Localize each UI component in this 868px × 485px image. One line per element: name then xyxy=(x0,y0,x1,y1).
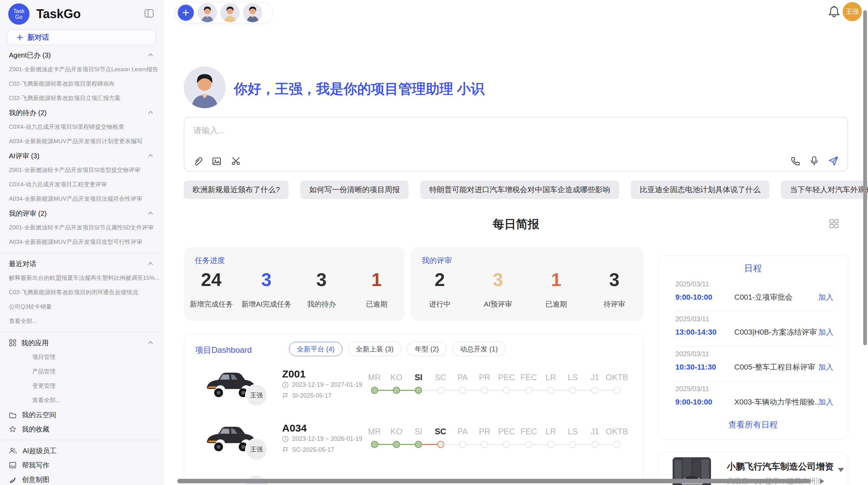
sidebar-list-item[interactable]: 项目管理 xyxy=(0,350,163,364)
cloud-folder-icon xyxy=(9,411,16,419)
sidebar-link-star[interactable]: 我的收藏 xyxy=(0,422,163,436)
milestone-PEC: PEC xyxy=(496,426,518,451)
sidebar-list-item[interactable]: Z001-全新燃油皮卡产品开发项目SI节点Lesson Learn报告 xyxy=(0,62,163,77)
sidebar-list-item[interactable]: Z001-全新燃油轻卡产品开发项目SI造型提交物评审 xyxy=(0,163,163,177)
event-join-link[interactable]: 加入 xyxy=(818,397,833,407)
sidebar-section-header-0[interactable]: Agent已办 (3) xyxy=(0,48,163,62)
sidebar-divider xyxy=(0,253,163,253)
dashboard-tab-4[interactable]: 动总开发 (1) xyxy=(452,342,506,356)
sidebar-section-title: 我的评审 (2) xyxy=(9,209,47,218)
sidebar-list-item[interactable]: C0X4-动力总成开发项目工程变更评审 xyxy=(0,177,163,192)
scroll-down-arrow-icon[interactable] xyxy=(838,468,844,472)
sidebar-section-header-apps[interactable]: 我的应用 xyxy=(0,336,163,350)
sidebar-list-item[interactable]: A034-全新新能源MUV产品开发项目计划变更表编写 xyxy=(0,134,163,149)
sidebar-list-item[interactable]: 变更管理 xyxy=(0,379,163,393)
milestone-dot[interactable] xyxy=(503,387,510,394)
voice-call-icon[interactable] xyxy=(791,156,800,166)
milestone-dot[interactable] xyxy=(393,387,400,394)
sidebar-link-people[interactable]: AI超级员工 xyxy=(0,444,163,458)
suggestion-chip-1[interactable]: 欧洲新规最近颁布了什么? xyxy=(184,181,289,199)
milestone-dot[interactable] xyxy=(459,441,466,448)
event-join-link[interactable]: 加入 xyxy=(818,292,833,302)
milestone-dot[interactable] xyxy=(415,387,422,394)
user-avatar[interactable]: 王强 xyxy=(843,2,862,21)
new-chat-button[interactable]: 新对话 xyxy=(7,29,156,45)
milestone-label: KO xyxy=(390,426,402,437)
sidebar-list-item[interactable]: C02-飞腾新能源轻客改款项目的闭环通告反馈情况 xyxy=(0,285,163,300)
agent-avatar-2[interactable] xyxy=(220,3,240,22)
message-input[interactable] xyxy=(184,117,847,147)
stat-item: 24新增完成任务 xyxy=(184,269,239,321)
sidebar-section-header-2[interactable]: AI评审 (3) xyxy=(0,149,163,163)
sidebar-list-item[interactable]: 公司Q3轻卡销量 xyxy=(0,300,163,314)
sidebar-section-title-text: AI评审 (3) xyxy=(9,151,39,161)
suggestion-chip-3[interactable]: 特朗普可能对进口汽车增税会对中国车企造成哪些影响 xyxy=(420,181,619,199)
briefing-layout-grid-icon[interactable] xyxy=(829,219,839,229)
schedule-list: 2025/03/119:00-10:00C001-立项审批会加入2025/03/… xyxy=(675,277,833,416)
insert-image-icon[interactable] xyxy=(212,157,221,166)
collapse-sidebar-icon[interactable] xyxy=(144,9,154,18)
sidebar-list-item[interactable]: A034-全新新能源MUV产品开发项目造型可行性评审 xyxy=(0,235,163,249)
microphone-icon[interactable] xyxy=(810,156,819,166)
milestone-dot[interactable] xyxy=(437,387,444,394)
scroll-right-arrow-icon[interactable] xyxy=(820,478,824,484)
sidebar-link-cloud-folder[interactable]: 我的云空间 xyxy=(0,408,163,422)
milestone-dot[interactable] xyxy=(613,387,620,394)
milestone-dot[interactable] xyxy=(437,441,444,448)
suggestion-chip-4[interactable]: 比亚迪全固态电池计划具体说了什么 xyxy=(631,181,769,199)
sidebar-list-item[interactable]: C02-飞腾新能源轻客改款项目立项汇报方案 xyxy=(0,91,163,105)
sidebar-list-item[interactable]: 产品管理 xyxy=(0,364,163,379)
agent-avatar-3[interactable] xyxy=(243,3,262,22)
milestone-dot[interactable] xyxy=(591,441,599,448)
event-join-link[interactable]: 加入 xyxy=(818,327,833,337)
milestone-dot[interactable] xyxy=(415,441,422,448)
sidebar-link-picture[interactable]: 帮我写作 xyxy=(0,458,163,472)
sidebar-list-item[interactable]: Z001-全新燃油轻卡产品开发项目SI节点属性5D文件评审 xyxy=(0,221,163,235)
milestone-dot[interactable] xyxy=(525,441,532,448)
dashboard-tab-3[interactable]: 年型 (2) xyxy=(407,342,447,356)
sidebar-list-item[interactable]: 解释最新出台的欧盟报废车法规再生塑料比例被调至15%... xyxy=(0,271,163,285)
sidebar-list-item[interactable]: A034-全新新能源MUV产品开发项目法规符合性评审 xyxy=(0,192,163,206)
screenshot-scissors-icon[interactable] xyxy=(231,157,241,166)
dashboard-tab-2[interactable]: 全新上装 (3) xyxy=(348,342,401,356)
sidebar-link-pen[interactable]: 创意制图 xyxy=(0,472,163,485)
milestone-dot[interactable] xyxy=(569,387,576,394)
suggestion-chip-2[interactable]: 如何写一份清晰的项目周报 xyxy=(300,181,409,199)
milestone-dot[interactable] xyxy=(569,441,576,448)
sidebar-list-item[interactable]: C0X4-动力总成开发项目SI里程碑提交物检查 xyxy=(0,120,163,134)
milestone-connector xyxy=(378,390,393,391)
milestone-dot[interactable] xyxy=(547,441,554,448)
event-join-link[interactable]: 加入 xyxy=(818,362,833,372)
suggestion-chip-5[interactable]: 当下年轻人对汽车外观有怎样的喜好趋势 xyxy=(781,181,868,199)
sidebar-list-item[interactable]: 查看全部... xyxy=(0,393,163,408)
agent-avatar-1[interactable] xyxy=(198,3,217,22)
milestone-dot[interactable] xyxy=(503,441,510,448)
sidebar-section-header-3[interactable]: 我的评审 (2) xyxy=(0,206,163,221)
milestone-dot[interactable] xyxy=(481,441,488,448)
milestone-dot[interactable] xyxy=(393,441,400,448)
sidebar-item-label: 项目管理 xyxy=(9,350,154,364)
milestone-J1: J1 xyxy=(584,426,606,451)
milestone-dot[interactable] xyxy=(591,387,599,394)
milestone-dot[interactable] xyxy=(459,387,466,394)
view-all-schedule-link[interactable]: 查看所有日程 xyxy=(658,419,848,430)
milestone-dot[interactable] xyxy=(547,387,554,394)
milestone-dot[interactable] xyxy=(481,387,488,394)
attachment-icon[interactable] xyxy=(193,157,202,166)
send-icon[interactable] xyxy=(828,156,839,166)
notifications-bell-icon[interactable] xyxy=(828,5,840,18)
vertical-scrollbar[interactable] xyxy=(863,10,867,345)
milestone-dot[interactable] xyxy=(613,441,620,448)
sidebar-section-header-1[interactable]: 我的待办 (2) xyxy=(0,105,163,120)
sidebar-section-header-recent[interactable]: 最近对话 xyxy=(0,257,163,271)
sidebar-list-item[interactable]: 查看全部... xyxy=(0,314,163,328)
milestone-dot[interactable] xyxy=(525,387,532,394)
milestone-connector xyxy=(378,444,393,445)
horizontal-scrollbar[interactable] xyxy=(177,479,811,483)
suggestion-chips: 欧洲新规最近颁布了什么?如何写一份清晰的项目周报特朗普可能对进口汽车增税会对中国… xyxy=(184,181,848,199)
add-agent-button[interactable] xyxy=(177,4,194,21)
milestone-dot[interactable] xyxy=(371,441,378,448)
milestone-dot[interactable] xyxy=(371,387,378,394)
dashboard-tab-1[interactable]: 全新平台 (4) xyxy=(289,342,342,356)
sidebar-list-item[interactable]: C02-飞腾新能源轻客改款项目里程碑画布 xyxy=(0,77,163,91)
